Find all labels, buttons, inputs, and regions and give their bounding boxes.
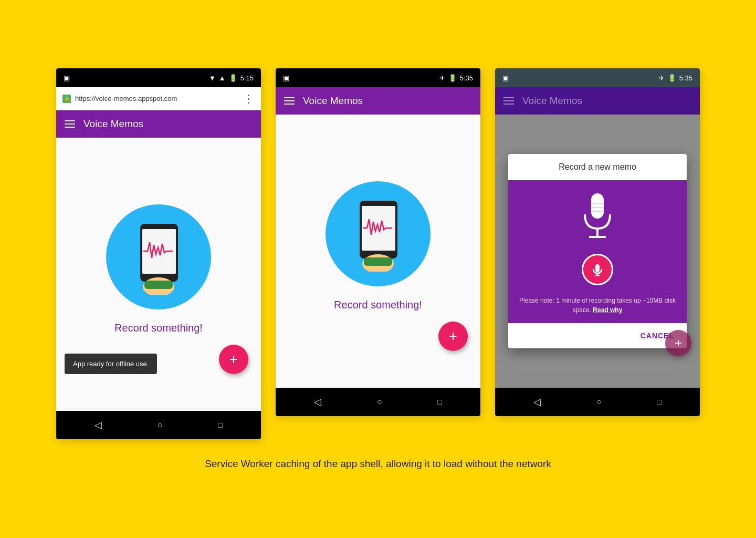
caption: Service Worker caching of the app shell,… xyxy=(205,458,551,470)
mic-svg xyxy=(576,191,618,243)
status-right-3: ✈ 🔋 5:35 xyxy=(659,74,692,82)
sim-icon-2: ▣ xyxy=(283,74,289,82)
record-text-1: Record something! xyxy=(114,322,203,334)
back-button-2[interactable]: ◁ xyxy=(314,396,321,408)
record-button[interactable] xyxy=(582,254,613,285)
wifi-icon: ▼ xyxy=(209,74,216,82)
snackbar: App ready for offline use. xyxy=(65,354,157,374)
signal-icon: ▲ xyxy=(219,74,226,82)
phone-body-2: Record something! + xyxy=(276,115,480,388)
status-left-1: ▣ xyxy=(64,74,70,82)
url-bar[interactable]: 🔒 https://voice-memos.appspot.com ⋮ xyxy=(56,87,261,110)
url-menu-icon[interactable]: ⋮ xyxy=(243,92,255,105)
recents-button-3[interactable]: □ xyxy=(657,398,662,406)
phone-3: ▣ ✈ 🔋 5:35 Voice Memos Record a new memo xyxy=(495,68,700,416)
recents-button-1[interactable]: □ xyxy=(218,421,223,429)
nav-bar-1: ◁ ○ □ xyxy=(56,411,261,439)
fab-1[interactable]: + xyxy=(219,345,248,374)
illustration-circle-2 xyxy=(326,181,430,286)
url-text: https://voice-memos.appspot.com xyxy=(75,95,239,102)
fab-2[interactable]: + xyxy=(438,322,468,351)
phone-body-3: Record a new memo xyxy=(495,115,700,388)
app-bar-2: Voice Memos xyxy=(276,87,480,115)
read-why-link[interactable]: Read why xyxy=(593,306,622,314)
dialog-title: Record a new memo xyxy=(508,154,687,180)
status-left-2: ▣ xyxy=(283,74,289,82)
phone-2: ▣ ✈ 🔋 5:35 Voice Memos xyxy=(276,68,480,416)
mic-button-icon xyxy=(591,263,604,276)
svg-rect-10 xyxy=(364,257,392,266)
home-button-1[interactable]: ○ xyxy=(158,420,163,430)
battery-icon-3: 🔋 xyxy=(668,74,676,82)
app-bar-3: Voice Memos xyxy=(495,87,700,115)
battery-icon-2: 🔋 xyxy=(448,74,457,82)
home-button-3[interactable]: ○ xyxy=(596,397,602,407)
phone-hand-svg-1 xyxy=(124,219,193,295)
sim-icon: ▣ xyxy=(64,74,70,82)
phone-hand-svg-2 xyxy=(344,195,412,272)
svg-rect-5 xyxy=(144,281,173,289)
status-bar-3: ▣ ✈ 🔋 5:35 xyxy=(495,68,700,87)
dialog-note: Please note: 1 minute of recording takes… xyxy=(517,296,678,315)
record-dialog: Record a new memo xyxy=(508,154,687,348)
svg-rect-11 xyxy=(591,193,604,219)
dialog-actions: CANCEL xyxy=(508,323,687,348)
status-bar-2: ▣ ✈ 🔋 5:35 xyxy=(276,68,480,87)
phone-1: ▣ ▼ ▲ 🔋 5:15 🔒 https://voice-memos.appsp… xyxy=(56,68,261,439)
status-bar-1: ▣ ▼ ▲ 🔋 5:15 xyxy=(56,68,261,87)
app-title-3: Voice Memos xyxy=(522,95,582,107)
status-right-2: ✈ 🔋 5:35 xyxy=(439,74,473,82)
illustration-circle-1 xyxy=(106,204,211,309)
nav-bar-2: ◁ ○ □ xyxy=(276,388,480,416)
lock-icon: 🔒 xyxy=(62,95,71,103)
home-button-2[interactable]: ○ xyxy=(377,397,382,407)
back-button-1[interactable]: ◁ xyxy=(94,419,102,431)
airplane-icon-2: ✈ xyxy=(439,74,445,82)
dialog-content: Please note: 1 minute of recording takes… xyxy=(508,180,687,323)
recents-button-2[interactable]: □ xyxy=(438,398,442,406)
hamburger-menu-3[interactable] xyxy=(503,97,514,105)
status-left-3: ▣ xyxy=(502,74,509,82)
nav-bar-3: ◁ ○ □ xyxy=(495,388,700,416)
sim-icon-3: ▣ xyxy=(502,74,509,82)
phone-body-1: Record something! App ready for offline … xyxy=(56,138,261,411)
time-1: 5:15 xyxy=(240,74,254,82)
hamburger-menu-1[interactable] xyxy=(65,120,75,128)
time-2: 5:35 xyxy=(460,74,473,82)
battery-icon: 🔋 xyxy=(229,74,237,82)
app-title-2: Voice Memos xyxy=(303,95,363,107)
back-button-3[interactable]: ◁ xyxy=(533,396,541,408)
app-title-1: Voice Memos xyxy=(83,118,143,130)
hamburger-menu-2[interactable] xyxy=(284,97,295,105)
svg-rect-17 xyxy=(595,264,600,272)
record-text-2: Record something! xyxy=(334,299,422,311)
time-3: 5:35 xyxy=(679,74,692,82)
phones-container: ▣ ▼ ▲ 🔋 5:15 🔒 https://voice-memos.appsp… xyxy=(56,68,700,439)
status-right-1: ▼ ▲ 🔋 5:15 xyxy=(209,74,254,82)
mic-illustration xyxy=(576,191,618,243)
app-bar-1: Voice Memos xyxy=(56,110,261,138)
fab-3[interactable]: + xyxy=(665,330,691,356)
airplane-icon-3: ✈ xyxy=(659,74,665,82)
